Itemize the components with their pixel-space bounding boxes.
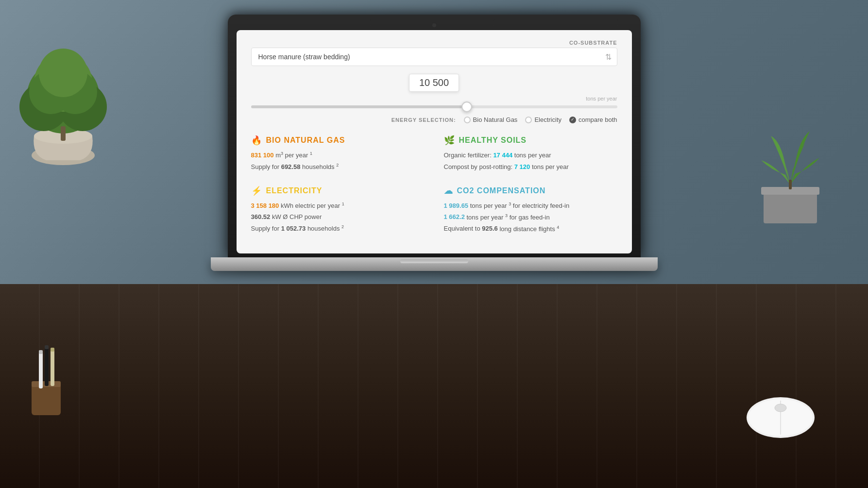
- co2-value3: 925.6: [482, 225, 498, 233]
- healthy-soils-prefix2: Compost by post-rotting:: [444, 163, 514, 170]
- mouse: [742, 391, 819, 439]
- bio-natural-gas-section: 🔥 BIO NATURAL GAS 831 100 m3 per year 1 …: [251, 135, 425, 174]
- radio-circle-bio: [464, 117, 471, 123]
- electricity-section: ⚡ ELECTRICITY 3 158 180 kWh electric per…: [251, 185, 425, 236]
- electricity-stat3: Supply for 1 052.73 households 2: [251, 224, 425, 234]
- dropdown-container[interactable]: Horse manure (straw bedding)Cow manurePi…: [251, 48, 617, 66]
- radio-label-electricity: Electricity: [534, 116, 562, 123]
- svg-rect-18: [45, 345, 49, 349]
- plant-right: [751, 97, 829, 223]
- svg-rect-19: [51, 350, 54, 386]
- radio-electricity[interactable]: Electricity: [525, 116, 562, 123]
- radio-compare-both[interactable]: compare both: [569, 116, 617, 123]
- bio-gas-stat2: Supply for 692.58 households 2: [251, 162, 425, 172]
- cloud-icon: ☁: [444, 185, 453, 196]
- pen-holder: [24, 342, 68, 420]
- co2-value2: 1 662.2: [444, 214, 465, 221]
- laptop-screen-outer: CO-SUBSTRATE Horse manure (straw bedding…: [228, 15, 641, 257]
- bio-natural-gas-title: 🔥 BIO NATURAL GAS: [251, 135, 425, 146]
- radio-circle-electricity: [525, 117, 532, 123]
- slider-value-container: 10 500: [251, 74, 617, 92]
- lightning-icon: ⚡: [251, 185, 262, 196]
- electricity-suffix3: households 2: [307, 225, 344, 232]
- co2-suffix2: tons per year 3 for gas feed-in: [467, 214, 550, 221]
- co2-stat1: 1 989.65 tons per year 3 for electricity…: [444, 201, 617, 211]
- healthy-soils-suffix2: tons per year: [532, 163, 569, 170]
- bio-gas-stat1: 831 100 m3 per year 1: [251, 151, 425, 160]
- stats-grid: 🔥 BIO NATURAL GAS 831 100 m3 per year 1 …: [251, 135, 617, 236]
- electricity-stat1: 3 158 180 kWh electric per year 1: [251, 201, 425, 211]
- co2-title: ☁ CO2 COMPENSATION: [444, 185, 617, 196]
- bio-gas-unit1: m3 per year 1: [275, 151, 312, 159]
- healthy-soils-value1: 17 444: [493, 151, 512, 159]
- svg-rect-12: [789, 180, 792, 189]
- co2-suffix1: tons per year 3 for electricity feed-in: [470, 202, 569, 209]
- app-screen: CO-SUBSTRATE Horse manure (straw bedding…: [237, 30, 632, 253]
- svg-rect-15: [39, 352, 43, 388]
- co-substrate-label: CO-SUBSTRATE: [251, 40, 617, 46]
- healthy-soils-value2: 7 120: [514, 163, 530, 170]
- leaf-icon: 🌿: [444, 135, 455, 146]
- slider-value-box: 10 500: [409, 74, 459, 92]
- radio-bio-natural-gas[interactable]: Bio Natural Gas: [464, 116, 518, 123]
- electricity-suffix1: kWh electric per year 1: [281, 202, 344, 209]
- co2-suffix3: long distance flights 4: [499, 225, 559, 233]
- healthy-soils-stat2: Compost by post-rotting: 7 120 tons per …: [444, 162, 617, 172]
- healthy-soils-prefix1: Organic fertilizer:: [444, 151, 494, 159]
- co2-stat2: 1 662.2 tons per year 3 for gas feed-in: [444, 212, 617, 222]
- slider-unit-label: tons per year: [251, 96, 617, 101]
- slider-value: 10 500: [419, 77, 449, 88]
- healthy-soils-stat1: Organic fertilizer: 17 444 tons per year: [444, 151, 617, 160]
- co2-value1: 1 989.65: [444, 202, 469, 209]
- svg-rect-20: [51, 348, 54, 352]
- svg-point-8: [39, 49, 87, 97]
- bio-gas-prefix2: Supply for: [251, 163, 281, 170]
- energy-selection-label: ENERGY SELECTION:: [391, 117, 456, 123]
- slider-thumb[interactable]: [461, 101, 472, 112]
- bio-gas-value2: 692.58: [281, 163, 301, 170]
- electricity-value3: 1 052.73: [281, 225, 306, 232]
- svg-rect-9: [61, 126, 66, 141]
- electricity-prefix3: Supply for: [251, 225, 281, 232]
- laptop-base: [211, 257, 658, 271]
- electricity-value1: 3 158 180: [251, 202, 279, 209]
- cosubstrate-dropdown[interactable]: Horse manure (straw bedding)Cow manurePi…: [251, 48, 617, 66]
- electricity-value2: 360.52: [251, 213, 271, 220]
- fire-icon: 🔥: [251, 135, 262, 146]
- slider-section: 10 500 tons per year: [251, 74, 617, 108]
- svg-rect-17: [45, 347, 49, 386]
- radio-label-bio: Bio Natural Gas: [473, 116, 518, 123]
- laptop: CO-SUBSTRATE Horse manure (straw bedding…: [179, 15, 689, 271]
- svg-point-24: [775, 404, 786, 412]
- slider-track[interactable]: [251, 105, 617, 108]
- desk-surface: [0, 284, 868, 488]
- radio-label-compare-both: compare both: [579, 116, 617, 123]
- webcam: [432, 23, 436, 27]
- electricity-title: ⚡ ELECTRICITY: [251, 185, 425, 196]
- plant-left: [15, 39, 112, 175]
- co2-stat3: Equivalent to 925.6 long distance flight…: [444, 224, 617, 234]
- healthy-soils-section: 🌿 HEALTHY SOILS Organic fertilizer: 17 4…: [444, 135, 617, 174]
- healthy-soils-suffix1: tons per year: [514, 151, 551, 159]
- radio-circle-compare-both: [569, 117, 576, 123]
- energy-selection: ENERGY SELECTION: Bio Natural Gas Electr…: [251, 116, 617, 123]
- electricity-suffix2: kW Ø CHP power: [272, 213, 322, 220]
- svg-rect-16: [39, 350, 43, 354]
- co2-compensation-section: ☁ CO2 COMPENSATION 1 989.65 tons per yea…: [444, 185, 617, 236]
- electricity-stat2: 360.52 kW Ø CHP power: [251, 212, 425, 222]
- laptop-screen-bezel: CO-SUBSTRATE Horse manure (straw bedding…: [237, 30, 632, 253]
- co2-prefix3: Equivalent to: [444, 225, 482, 233]
- healthy-soils-title: 🌿 HEALTHY SOILS: [444, 135, 617, 146]
- bio-gas-value1: 831 100: [251, 151, 274, 159]
- bio-gas-suffix2: households 2: [302, 163, 339, 170]
